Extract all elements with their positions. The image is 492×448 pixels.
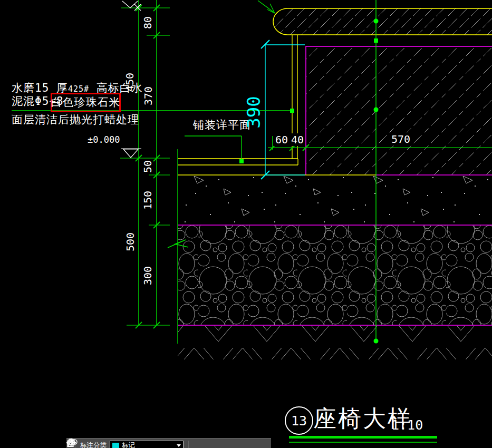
detail-number: 13 (291, 413, 307, 428)
subgrade-layer (178, 326, 492, 359)
layer-dropdown[interactable]: 标记 (110, 441, 184, 448)
detail-scale: 1:10 (391, 417, 423, 433)
concrete-layer (178, 176, 492, 225)
dim-label-300: 300 (141, 266, 154, 285)
seat-block (306, 46, 492, 175)
seat-slab (273, 8, 492, 35)
material-spec-line3: 面层清洁后抛光打蜡处理 (12, 114, 139, 126)
title-underline-thin (289, 442, 437, 443)
title-underline-thick (289, 436, 437, 439)
boxed-spec-text: 白色珍珠石米 (51, 96, 121, 109)
dim-label-370: 370 (142, 86, 155, 105)
cad-drawing-canvas (0, 0, 492, 448)
dim-label-570: 570 (390, 133, 412, 145)
dim-label-390: 390 (243, 96, 264, 128)
dim-label-50: 50 (141, 160, 154, 173)
annotation-toolbar: 标注分类 标记 (66, 438, 271, 448)
toolbar-separator (188, 441, 189, 448)
gravel-layer (178, 225, 492, 325)
layer-dropdown-value: 标记 (122, 441, 135, 448)
chevron-down-icon[interactable] (177, 444, 181, 447)
level-label: ±0.000 (88, 135, 120, 145)
detail-number-bubble: 13 (285, 406, 313, 435)
dim-label-60: 60 (274, 133, 290, 146)
cad-application-window: 水磨15 厚425# 高标白水 泥混Φ5~8 白色珍珠石米 面层清洁后抛光打蜡处… (0, 0, 492, 448)
dim-label-500: 500 (124, 232, 137, 251)
dim-label-40: 40 (290, 133, 305, 146)
dim-label-450: 450 (123, 73, 136, 92)
dim-label-80: 80 (141, 16, 154, 29)
dim-label-150: 150 (141, 191, 154, 210)
paving-leader-label: 铺装详平面 (193, 119, 251, 131)
layer-color-swatch (112, 443, 119, 448)
category-label: 标注分类 (80, 441, 107, 448)
highlight-red-box: 白色珍珠石米 (51, 93, 121, 112)
